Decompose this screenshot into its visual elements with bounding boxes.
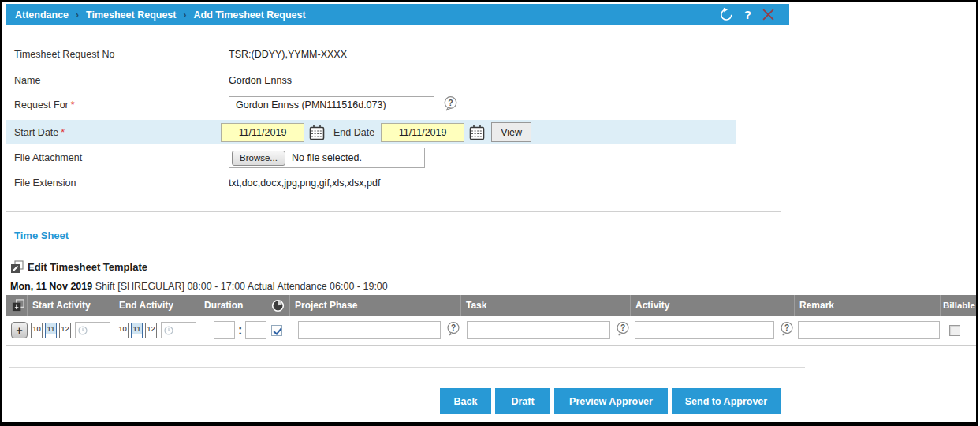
view-button[interactable]: View [491,122,531,142]
start-day-12-label: 12 [60,323,70,334]
duration-minutes-input[interactable] [245,321,266,339]
day-date: Mon, 11 Nov 2019 [10,281,92,292]
activity-help-icon[interactable]: ? [779,321,795,340]
project-phase-input[interactable] [298,321,441,339]
clock-column-header [266,295,290,316]
request-for-input[interactable] [229,96,434,114]
duration-cell: : [199,316,266,345]
use-time-cell [266,316,290,345]
app-window: Attendance › Timesheet Request › Add Tim… [0,0,978,426]
add-row-button[interactable]: + [11,322,28,338]
start-date-label: Start Date* [6,127,221,138]
edit-timesheet-template-link[interactable]: Edit Timesheet Template [10,260,147,274]
back-button[interactable]: Back [440,388,491,414]
timesheet-row: + 10 11 12 [6,316,978,346]
end-day-11-button-selected[interactable]: 11 [131,323,143,338]
end-day-11-label: 11 [132,323,142,334]
remark-input[interactable] [798,321,940,339]
field-row-file-attachment: File Attachment Browse... No file select… [14,148,425,167]
task-help-icon[interactable]: ? [615,321,631,340]
refresh-icon[interactable] [719,7,734,22]
activity-cell: ? [631,316,795,345]
breadcrumb-separator-icon: › [183,9,186,21]
start-time-input[interactable] [75,322,110,338]
use-time-checkbox[interactable] [271,325,282,336]
end-day-10-label: 10 [117,323,128,334]
copy-down-column-header[interactable] [6,295,28,316]
column-header-activity: Activity [631,295,795,316]
name-label: Name [14,75,229,86]
breadcrumb-timesheet-request[interactable]: Timesheet Request [86,9,176,21]
field-row-timesheet-request-no: Timesheet Request No TSR:(DDYY),YYMM-XXX… [14,45,347,64]
field-row-name: Name Gordon Ennss [14,71,292,90]
column-header-start-activity: Start Activity [28,295,114,316]
end-date-calendar-icon[interactable] [468,124,486,141]
column-header-remark: Remark [795,295,941,316]
help-icon[interactable]: ? [744,9,751,21]
draft-button[interactable]: Draft [495,388,550,414]
billable-checkbox[interactable] [949,325,960,336]
billable-cell [941,316,978,345]
end-date-label: End Date [333,127,374,138]
start-day-12-button[interactable]: 12 [59,323,71,338]
footer-divider [9,367,805,368]
footer-actions: Back Draft Preview Approver Send to Appr… [440,388,781,414]
start-day-10-label: 10 [32,323,42,334]
end-day-12-button[interactable]: 12 [145,323,157,338]
edit-template-icon [10,260,24,274]
end-day-12-label: 12 [146,323,156,334]
duration-hours-input[interactable] [214,321,235,339]
project-phase-help-icon[interactable]: ? [445,321,461,340]
end-time-input[interactable] [161,322,196,338]
column-header-billable: Billable [941,295,978,316]
breadcrumb-separator-icon: › [76,9,79,21]
preview-approver-button[interactable]: Preview Approver [554,388,668,414]
section-divider [6,211,781,212]
column-header-duration: Duration [199,295,266,316]
close-icon[interactable] [762,8,775,21]
start-day-11-label: 11 [46,323,56,334]
timesheet-table-header: Start Activity End Activity Duration Pro… [6,295,978,316]
start-date-label-text: Start Date [14,127,58,138]
timesheet-request-no-label: Timesheet Request No [14,49,229,60]
start-day-11-button-selected[interactable]: 11 [45,323,57,338]
edit-template-label: Edit Timesheet Template [28,261,147,273]
request-for-help-icon[interactable]: ? [442,95,459,114]
remark-cell [795,316,941,345]
column-header-task: Task [461,295,631,316]
request-for-label-text: Request For [14,99,69,110]
day-shift-details: Shift [SHREGULAR] 08:00 - 17:00 Actual A… [95,281,388,292]
copy-down-icon [11,298,25,312]
field-row-file-extension: File Extension txt,doc,docx,jpg,png,gif,… [14,174,380,192]
timesheet-table: Start Activity End Activity Duration Pro… [6,295,978,346]
start-date-input[interactable] [221,123,304,142]
task-input[interactable] [467,321,610,339]
file-extension-value: txt,doc,docx,jpg,png,gif,xls,xlsx,pdf [229,178,380,189]
svg-text:?: ? [451,323,456,332]
file-extension-label: File Extension [14,178,229,189]
request-for-label: Request For* [14,99,229,110]
page-header-bar: Attendance › Timesheet Request › Add Tim… [6,4,789,25]
start-day-10-button[interactable]: 10 [31,323,43,338]
svg-text:?: ? [784,323,789,332]
required-marker: * [71,99,75,110]
end-date-input[interactable] [381,123,464,142]
required-marker: * [61,127,65,138]
column-header-project-phase: Project Phase [290,295,461,316]
svg-text:?: ? [448,98,453,107]
end-day-10-button[interactable]: 10 [117,323,129,338]
send-to-approver-button[interactable]: Send to Approver [672,388,781,414]
activity-input[interactable] [635,321,774,339]
duration-separator: : [238,323,242,338]
breadcrumb-attendance[interactable]: Attendance [15,9,69,21]
timesheet-request-no-value: TSR:(DDYY),YYMM-XXXX [229,49,347,60]
file-attachment-input[interactable]: Browse... No file selected. [229,148,425,168]
start-date-calendar-icon[interactable] [308,124,326,141]
task-cell: ? [461,316,631,345]
column-header-end-activity: End Activity [114,295,199,316]
clock-small-icon [164,326,173,335]
breadcrumb: Attendance › Timesheet Request › Add Tim… [15,9,306,21]
name-value: Gordon Ennss [229,75,292,86]
browse-button[interactable]: Browse... [232,151,285,166]
project-phase-cell: ? [290,316,461,345]
